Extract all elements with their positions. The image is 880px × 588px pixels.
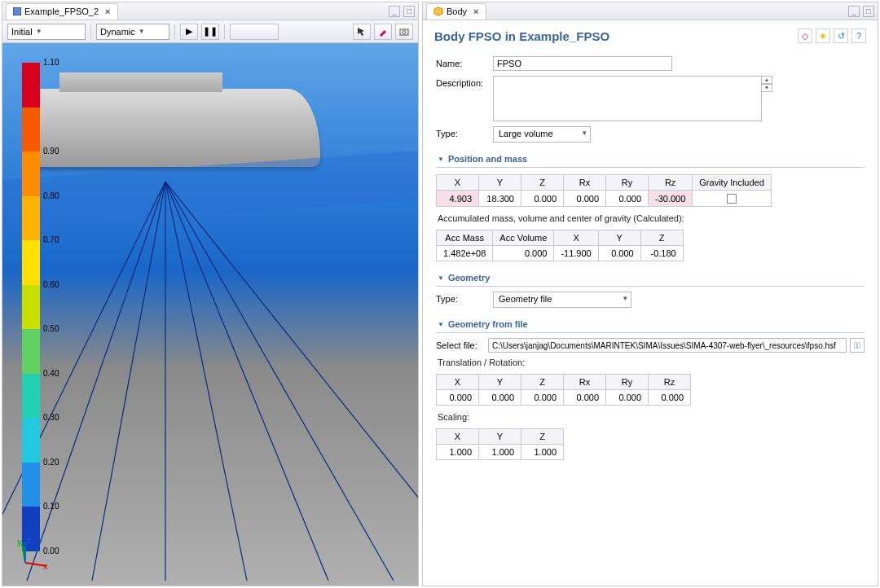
- body-form: Name: Description: ▲▼ Type: Large volume…: [423, 48, 878, 480]
- bookmark-button[interactable]: ◇: [798, 29, 812, 43]
- timeline-scrubber[interactable]: [230, 24, 279, 40]
- svg-line-9: [165, 182, 394, 581]
- cell[interactable]: -11.900: [554, 246, 598, 261]
- description-input[interactable]: [493, 76, 762, 121]
- tab-example-fpso[interactable]: Example_FPSO_2 ×: [6, 3, 118, 20]
- snapshot-button[interactable]: [395, 24, 413, 40]
- select-file-label: Select file:: [436, 338, 488, 350]
- svg-point-2: [403, 30, 406, 33]
- viewport-tabbar: Example_FPSO_2 × _ □: [2, 2, 418, 20]
- calc-note: Accumulated mass, volume and center of g…: [438, 213, 863, 223]
- cell[interactable]: 1.000: [479, 445, 521, 460]
- scene-icon: [13, 7, 21, 15]
- browse-button[interactable]: �⃞: [850, 338, 865, 353]
- section-position-mass[interactable]: ▼ Position and mass: [436, 151, 865, 168]
- mode-select[interactable]: Dynamic▼: [96, 24, 169, 40]
- gravity-checkbox[interactable]: [727, 194, 737, 204]
- help-button[interactable]: ?: [851, 29, 866, 43]
- cell[interactable]: 1.000: [437, 445, 479, 460]
- spin-up[interactable]: ▲: [761, 76, 772, 84]
- maximize-button[interactable]: □: [863, 6, 874, 17]
- geom-type-label: Type:: [436, 292, 493, 304]
- pick-tool-button[interactable]: [353, 24, 371, 40]
- tab-label: Example_FPSO_2: [24, 7, 99, 16]
- minimize-button[interactable]: _: [389, 6, 400, 17]
- cell[interactable]: 0.000: [649, 390, 691, 406]
- close-icon[interactable]: ×: [105, 7, 110, 16]
- viewport-toolbar: Initial▼ Dynamic▼ ▶ ❚❚: [2, 20, 418, 43]
- cell[interactable]: 0.000: [564, 191, 606, 207]
- cell[interactable]: 0.000: [598, 246, 640, 261]
- scaling-label: Scaling:: [438, 412, 863, 422]
- 3d-viewport[interactable]: 1.100.900.800.700.600.500.400.300.200.10…: [2, 43, 418, 586]
- color-legend: 1.100.900.800.700.600.500.400.300.200.10…: [22, 63, 40, 551]
- svg-line-7: [165, 182, 247, 581]
- axis-triad: x y z: [17, 538, 50, 571]
- chevron-down-icon: ▼: [438, 274, 444, 282]
- svg-rect-0: [13, 7, 21, 15]
- svg-text:x: x: [43, 561, 48, 571]
- chevron-down-icon: ▼: [438, 321, 444, 328]
- cell[interactable]: 1.000: [521, 445, 564, 460]
- state-select[interactable]: Initial▼: [7, 24, 86, 40]
- color-tool-button[interactable]: [374, 24, 392, 40]
- description-label: Description:: [436, 76, 493, 88]
- scaling-table: XYZ1.0001.0001.000: [436, 428, 564, 460]
- favorite-button[interactable]: ★: [816, 29, 830, 43]
- mooring-lines: [2, 43, 418, 586]
- cell[interactable]: -30.000: [649, 191, 693, 207]
- section-geometry-file[interactable]: ▼ Geometry from file: [436, 316, 865, 333]
- section-geometry[interactable]: ▼ Geometry: [436, 270, 865, 287]
- panel-header: Body FPSO in Example_FPSO ◇ ★ ↺ ?: [423, 20, 878, 48]
- pause-button[interactable]: ❚❚: [201, 24, 219, 40]
- tab-body[interactable]: Body ×: [426, 3, 486, 20]
- type-select[interactable]: Large volume: [493, 126, 591, 143]
- file-path-input[interactable]: [488, 338, 847, 353]
- properties-pane: Body × _ □ Body FPSO in Example_FPSO ◇ ★…: [422, 2, 878, 586]
- tab-label: Body: [447, 7, 467, 16]
- name-label: Name:: [436, 56, 493, 68]
- cell[interactable]: 0.000: [521, 390, 564, 406]
- cell[interactable]: -0.180: [640, 246, 683, 261]
- cell[interactable]: 0.000: [606, 191, 649, 207]
- cell[interactable]: 0.000: [564, 390, 606, 406]
- maximize-button[interactable]: □: [403, 6, 415, 17]
- cell[interactable]: 0.000: [493, 246, 554, 261]
- brush-icon: [378, 27, 388, 37]
- cell[interactable]: 4.903: [437, 191, 479, 207]
- link-button[interactable]: ↺: [834, 29, 848, 43]
- position-table: XYZRxRyRzGravity Included 4.90318.3000.0…: [436, 174, 772, 207]
- cell[interactable]: 0.000: [521, 191, 564, 207]
- viewport-pane: Example_FPSO_2 × _ □ Initial▼ Dynamic▼ ▶…: [2, 2, 419, 586]
- page-title: Body FPSO in Example_FPSO: [434, 29, 794, 43]
- cell[interactable]: 1.482e+08: [437, 246, 493, 261]
- svg-line-8: [165, 182, 328, 581]
- cursor-icon: [357, 27, 367, 37]
- minimize-button[interactable]: _: [848, 6, 860, 17]
- svg-line-5: [92, 182, 165, 581]
- calc-table: Acc MassAcc VolumeXYZ 1.482e+080.000-11.…: [436, 230, 684, 261]
- cell[interactable]: 0.000: [606, 390, 649, 406]
- svg-text:z: z: [27, 538, 32, 545]
- spin-down[interactable]: ▼: [761, 84, 772, 92]
- close-icon[interactable]: ×: [473, 7, 478, 16]
- translation-label: Translation / Rotation:: [438, 358, 863, 367]
- type-label: Type:: [436, 126, 493, 138]
- cell[interactable]: 18.300: [479, 191, 521, 207]
- properties-tabbar: Body × _ □: [423, 2, 878, 20]
- geometry-type-select[interactable]: Geometry file: [493, 292, 631, 308]
- camera-icon: [399, 27, 409, 37]
- translation-table: XYZRxRyRz0.0000.0000.0000.0000.0000.000: [436, 374, 691, 406]
- chevron-down-icon: ▼: [438, 156, 444, 163]
- play-button[interactable]: ▶: [180, 24, 198, 40]
- svg-text:y: y: [17, 538, 22, 546]
- cell[interactable]: 0.000: [479, 390, 521, 406]
- body-icon: [433, 7, 443, 16]
- cell[interactable]: 0.000: [437, 390, 479, 406]
- name-input[interactable]: [493, 56, 672, 71]
